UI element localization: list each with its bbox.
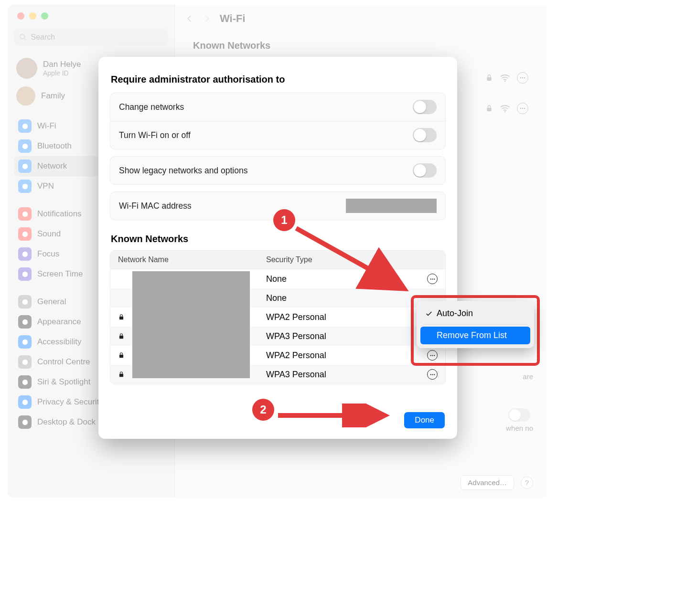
toggle-change-networks[interactable] [413,100,437,114]
menu-label: Remove From List [437,330,507,340]
toggle-legacy[interactable] [413,163,437,178]
security-type: WPA2 Personal [266,350,418,361]
lock-icon [118,314,125,320]
menu-label: Auto-Join [437,308,473,319]
lock-icon [118,352,125,359]
security-type: WPA3 Personal [266,331,418,341]
svg-rect-32 [119,355,123,358]
lock-icon [118,333,125,340]
checkmark-icon [425,310,433,318]
svg-point-27 [430,278,431,279]
annotation-step-2: 2 [252,399,274,421]
row-label: Turn Wi-Fi on or off [119,130,191,140]
svg-rect-36 [119,374,123,377]
toggle-turn-wifi[interactable] [413,128,437,142]
row-legacy: Show legacy networks and options [110,157,445,184]
row-turn-wifi: Turn Wi-Fi on or off [110,121,445,149]
network-more-button[interactable] [427,369,438,380]
network-names-redacted [132,271,250,378]
annotation-arrow-1 [292,224,417,301]
menu-remove-from-list[interactable]: Remove From List [420,327,530,344]
network-more-button[interactable] [427,274,438,284]
menu-auto-join[interactable]: Auto-Join [420,305,530,322]
sheet-heading: Require administrator authorisation to [111,74,446,85]
row-change-networks: Change networks [110,93,445,121]
svg-point-39 [434,374,435,375]
svg-point-38 [432,374,433,375]
security-type: WPA2 Personal [266,312,418,322]
svg-point-28 [432,278,433,279]
row-label: Change networks [119,102,184,112]
done-button[interactable]: Done [404,412,445,428]
svg-rect-30 [119,317,123,319]
svg-rect-31 [119,336,123,339]
security-type: WPA3 Personal [266,370,418,380]
mac-address-redacted [346,199,437,213]
svg-line-40 [296,228,405,289]
annotation-step-1: 1 [273,209,295,231]
lock-icon [118,371,125,378]
row-label: Wi-Fi MAC address [119,201,192,211]
col-network-name: Network Name [118,255,266,264]
svg-point-37 [430,374,431,375]
network-context-menu[interactable]: Auto-Join Remove From List [417,301,534,348]
annotation-arrow-2 [275,404,399,427]
svg-point-29 [434,278,435,279]
row-label: Show legacy networks and options [119,166,247,176]
admin-auth-group: Change networks Turn Wi-Fi on or off [110,93,446,149]
